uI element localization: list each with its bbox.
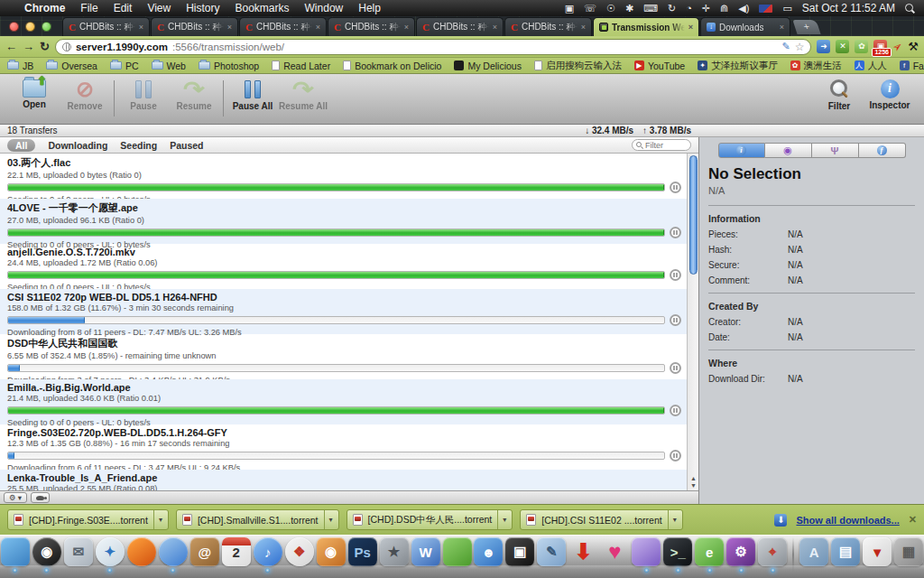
dock-finder[interactable] <box>0 537 31 573</box>
dock-evernote[interactable]: e <box>694 537 725 573</box>
inspector-tab-tracker[interactable]: Ψ <box>812 143 859 158</box>
move-icon[interactable]: ✛ <box>702 4 710 14</box>
inspector-tab-peers[interactable]: ◉ <box>765 143 812 158</box>
tab-7[interactable]: ↓Downloads× <box>700 17 790 36</box>
filter-tab-downloading[interactable]: Downloading <box>48 140 107 151</box>
phone-icon[interactable]: ☏ <box>584 4 596 14</box>
tab-close-icon[interactable]: × <box>493 23 497 32</box>
pause-all-button[interactable]: Pause All <box>227 78 278 111</box>
bookmark--[interactable]: ✦艾泽拉斯议事厅 <box>698 60 778 72</box>
zoom-window-button[interactable] <box>42 22 51 32</box>
spotlight-icon[interactable] <box>905 4 915 14</box>
dock-imovie[interactable]: ★ <box>379 537 410 573</box>
dock-mail[interactable]: ✉ <box>63 537 94 573</box>
filter-search-input[interactable] <box>645 141 687 150</box>
dock-downloader[interactable]: ⬇ <box>568 537 598 573</box>
torrent-row[interactable]: Lenka-Trouble_Is_A_Friend.ape25.5 MB, up… <box>0 470 687 490</box>
close-window-button[interactable] <box>9 22 19 32</box>
bookmark-youtube[interactable]: ▶YouTube <box>634 61 685 71</box>
dock-trash[interactable]: ▦ <box>893 537 924 573</box>
menu-item-file[interactable]: File <box>80 2 97 14</box>
menu-item-window[interactable]: Window <box>305 2 344 14</box>
dock-pixelmator[interactable]: ⚙ <box>725 537 756 573</box>
filter-tab-paused[interactable]: Paused <box>170 140 203 151</box>
paw-icon[interactable]: ✱ <box>625 4 633 14</box>
caret-down-icon[interactable]: ▾ <box>153 510 162 529</box>
scrollbar-thumb[interactable] <box>689 155 698 275</box>
list-scrollbar[interactable]: ▲▼ <box>687 154 698 490</box>
tab-close-icon[interactable]: × <box>780 23 784 32</box>
dock-script-editor[interactable]: ⌖ <box>757 537 788 573</box>
dock-terminal[interactable]: >_ <box>662 537 693 573</box>
torrent-row[interactable]: Emilla.-.Big.Big.World.ape21.4 MB, uploa… <box>0 379 687 424</box>
bookmark--[interactable]: ✿澳洲生活 <box>790 60 842 72</box>
tab-1[interactable]: CCHDBits :: 种子详情× <box>151 17 238 36</box>
bookmark-web[interactable]: Web <box>152 61 186 71</box>
dock-heart-globe[interactable]: ♥ <box>599 537 630 573</box>
wifi-icon[interactable]: ⋒ <box>720 4 728 14</box>
address-bar[interactable]: server1.1990y.com :5566/transmission/web… <box>55 39 812 55</box>
bookmark-facebook[interactable]: fFacebook <box>900 61 924 71</box>
rocket-extension-icon[interactable]: ➢ <box>890 38 906 55</box>
caret-down-icon[interactable]: ▾ <box>324 510 333 529</box>
settings-gear-button[interactable]: ⚙ ▾ <box>4 492 27 503</box>
dock-applications-folder[interactable]: A <box>799 537 829 573</box>
torrent-row[interactable]: Fringe.S03E02.720p.WEB-DL.DD5.1.H.264-GF… <box>0 424 687 470</box>
bookmark-my-delicious[interactable]: My Delicious <box>454 61 522 71</box>
torrent-row[interactable]: anjell.Genie.O.S.T.720i.mkv24.4 MB, uplo… <box>0 244 687 289</box>
bookmark-photoshop[interactable]: Photoshop <box>199 61 259 71</box>
dock-qq[interactable] <box>442 537 473 573</box>
bookmark-star-icon[interactable]: ☆ <box>795 41 805 53</box>
menu-item-bookmarks[interactable]: Bookmarks <box>236 2 290 14</box>
show-all-downloads-link[interactable]: Show all downloads... <box>796 515 899 526</box>
scrollbar-arrows[interactable]: ▲▼ <box>688 475 698 489</box>
dock-word[interactable]: W <box>411 537 441 573</box>
inspector-tab-info[interactable]: i <box>718 143 765 158</box>
torrent-row[interactable]: CSI S11E02 720p WEB-DL DD5.1 H264-NFHD15… <box>0 289 687 334</box>
counter-ext-icon[interactable]: ▣1256 <box>873 40 887 53</box>
pause-torrent-button[interactable] <box>670 227 681 238</box>
tab-active-6[interactable]: Transmission Web× <box>593 17 699 36</box>
reload-button[interactable]: ↻ <box>40 41 50 52</box>
dock-dashboard[interactable]: ◉ <box>32 537 62 573</box>
download-item[interactable]: [CHD].Fringe.S03E....torrent▾ <box>7 509 169 530</box>
menu-bar-clock[interactable]: Sat Oct 2 11:52 AM <box>802 2 895 14</box>
pause-torrent-button[interactable] <box>670 182 681 193</box>
volume-icon[interactable]: ◀) <box>738 4 749 14</box>
tab-close-icon[interactable]: × <box>227 23 232 32</box>
forward-button[interactable]: → <box>23 41 34 52</box>
menu-item-view[interactable]: View <box>147 2 171 14</box>
tab-2[interactable]: CCHDBits :: 种子详情× <box>239 17 327 36</box>
caret-down-icon[interactable]: ▾ <box>497 510 506 529</box>
dock-transmit[interactable] <box>631 537 661 573</box>
tab-close-icon[interactable]: × <box>581 23 586 32</box>
dock-firefox[interactable] <box>126 537 157 573</box>
bookmark-jb[interactable]: JB <box>7 61 33 71</box>
filter-button[interactable]: Filter <box>814 78 864 111</box>
bookmark-pc[interactable]: PC <box>110 61 139 71</box>
dock-chrome[interactable] <box>158 537 189 573</box>
torrent-row[interactable]: DSD中华人民共和国国歌6.55 MB of 352.4 MB (1.85%) … <box>0 334 687 379</box>
menu-app-name[interactable]: Chrome <box>24 2 65 14</box>
bookmark-oversea[interactable]: Oversea <box>46 61 97 71</box>
tab-close-icon[interactable]: × <box>688 23 693 32</box>
display-icon[interactable]: ▣ <box>565 4 574 14</box>
dock-iphoto[interactable]: ◉ <box>316 537 346 573</box>
edit-icon[interactable]: ✎ <box>781 41 790 52</box>
dock-photoshop[interactable]: Ps <box>347 537 378 573</box>
tab-close-icon[interactable]: × <box>316 23 320 32</box>
wrench-menu-icon[interactable]: ⚒ <box>908 40 919 53</box>
torrent-row[interactable]: 03.两个人.flac22.1 MB, uploaded 0 bytes (Ra… <box>0 154 687 199</box>
tab-close-icon[interactable]: × <box>139 23 143 32</box>
dock-messenger[interactable]: ☻ <box>473 537 504 573</box>
bookmark-bookmark-on-delicio[interactable]: Bookmark on Delicio <box>343 61 441 71</box>
earth-icon[interactable]: ☉ <box>606 4 615 14</box>
filter-search-box[interactable] <box>632 139 691 151</box>
tab-0[interactable]: CCHDBits :: 种子 :: C× <box>62 17 150 36</box>
dock-itunes[interactable]: ♪ <box>253 537 283 573</box>
bookmark--[interactable]: 启用搜狗云输入法 <box>534 60 622 72</box>
filter-tab-all[interactable]: All <box>7 139 35 152</box>
tab-3[interactable]: CCHDBits :: 种子详情× <box>328 17 415 36</box>
menu-item-edit[interactable]: Edit <box>114 2 133 14</box>
filter-tab-seeding[interactable]: Seeding <box>120 140 157 151</box>
